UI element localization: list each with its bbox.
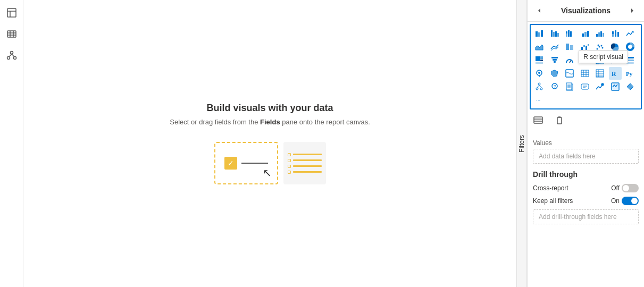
- viz-custom-icon[interactable]: ···: [533, 94, 546, 106]
- illus-line: [241, 163, 268, 164]
- keep-filters-toggle[interactable]: On: [611, 197, 639, 205]
- svg-rect-22: [568, 30, 570, 37]
- svg-rect-89: [581, 84, 589, 89]
- viz-section-icons: [528, 112, 644, 129]
- svg-point-8: [10, 52, 13, 54]
- svg-point-78: [538, 83, 540, 85]
- svg-rect-26: [587, 31, 589, 37]
- viz-r-script-icon active[interactable]: R: [609, 67, 622, 80]
- viz-stacked-bar-icon[interactable]: [533, 27, 546, 40]
- viz-100-stacked-bar-icon[interactable]: [563, 27, 576, 40]
- viz-paginated-icon[interactable]: [563, 80, 576, 93]
- illus-row-3: [288, 165, 322, 168]
- svg-rect-24: [582, 33, 584, 37]
- svg-rect-15: [541, 30, 543, 37]
- svg-rect-29: [600, 31, 602, 37]
- report-view-icon[interactable]: [3, 4, 20, 21]
- svg-rect-48: [536, 62, 543, 64]
- values-drop-zone[interactable]: Add data fields here: [533, 149, 639, 164]
- illus-dot-2: [288, 159, 291, 162]
- svg-point-43: [601, 45, 603, 47]
- viz-diamond-icon[interactable]: [624, 80, 637, 93]
- illus-dot-3: [288, 165, 291, 168]
- viz-decomp-icon[interactable]: [533, 80, 546, 93]
- viz-analytics-tab[interactable]: [551, 112, 568, 129]
- viz-line-stacked-icon[interactable]: [548, 40, 561, 53]
- svg-point-80: [540, 88, 542, 90]
- illus-line-4: [293, 171, 322, 173]
- illus-row-1: [288, 153, 322, 156]
- viz-bing-map-icon[interactable]: [609, 80, 622, 93]
- viz-icons-grid: 123 KPI: [533, 27, 639, 106]
- left-sidebar: [0, 0, 23, 287]
- drill-drop-zone[interactable]: Add drill-through fields here: [533, 209, 639, 224]
- viz-funnel-icon[interactable]: [548, 54, 561, 66]
- viz-gauge-icon[interactable]: [563, 54, 576, 66]
- svg-text:Py: Py: [626, 71, 633, 77]
- viz-nav-prev-button[interactable]: [533, 4, 546, 17]
- viz-map-icon[interactable]: [533, 67, 546, 80]
- values-label: Values: [533, 139, 639, 147]
- svg-rect-14: [538, 32, 540, 37]
- filters-tab[interactable]: Filters: [516, 0, 527, 287]
- data-view-icon[interactable]: [3, 26, 20, 43]
- viz-table-icon[interactable]: [579, 67, 591, 80]
- viz-smart-narrative-icon[interactable]: [579, 80, 591, 93]
- viz-ribbon-icon[interactable]: [563, 40, 576, 53]
- svg-rect-39: [588, 44, 589, 46]
- illus-cursor-icon: ↖: [263, 166, 272, 179]
- svg-point-41: [599, 46, 600, 48]
- svg-rect-45: [536, 56, 540, 61]
- illus-row-2: [288, 159, 322, 162]
- viz-clustered-bar-icon[interactable]: [548, 27, 561, 40]
- viz-treemap-icon[interactable]: [533, 54, 546, 66]
- svg-rect-0: [7, 9, 16, 17]
- cross-report-label: Cross-report: [533, 184, 568, 192]
- illus-row-4: [288, 171, 322, 174]
- cross-report-track[interactable]: [622, 184, 639, 192]
- keep-filters-track[interactable]: [622, 197, 639, 205]
- visualizations-panel: Visualizations R script visual: [527, 0, 644, 287]
- svg-rect-32: [612, 34, 614, 37]
- viz-py-icon[interactable]: Py: [624, 67, 637, 80]
- svg-text:?: ?: [554, 84, 556, 89]
- viz-icons-container: 123 KPI: [530, 24, 642, 109]
- svg-text:R: R: [612, 70, 616, 78]
- svg-rect-37: [583, 45, 585, 47]
- svg-point-9: [7, 57, 10, 60]
- viz-filled-map-icon[interactable]: [548, 67, 561, 80]
- svg-point-42: [598, 45, 599, 46]
- viz-nav-next-button[interactable]: [626, 4, 639, 17]
- svg-rect-21: [566, 33, 567, 37]
- viz-line-icon[interactable]: [624, 27, 637, 40]
- svg-rect-27: [596, 34, 598, 37]
- svg-rect-30: [603, 33, 604, 37]
- viz-area-icon[interactable]: [533, 40, 546, 53]
- svg-rect-23: [570, 31, 572, 37]
- keep-filters-label: Keep all filters: [533, 197, 573, 205]
- viz-format-tab[interactable]: [530, 112, 547, 129]
- keep-filters-toggle-text: On: [611, 197, 620, 205]
- illus-line-1: [293, 154, 322, 155]
- cross-report-toggle[interactable]: Off: [611, 184, 639, 192]
- viz-clustered-col-icon[interactable]: [593, 27, 606, 40]
- keep-filters-row: Keep all filters On: [533, 197, 639, 205]
- svg-rect-50: [553, 59, 557, 61]
- svg-marker-94: [627, 83, 633, 90]
- viz-azure-map-icon[interactable]: [563, 67, 576, 80]
- viz-qa-icon[interactable]: ?: [548, 80, 561, 93]
- svg-point-92: [601, 83, 604, 86]
- svg-rect-34: [617, 32, 619, 37]
- svg-rect-49: [551, 57, 558, 58]
- svg-rect-16: [551, 30, 553, 37]
- cross-report-thumb: [623, 185, 629, 191]
- svg-text:···: ···: [536, 97, 540, 103]
- viz-stacked-col-icon[interactable]: [579, 27, 591, 40]
- viz-metrics-icon[interactable]: [593, 80, 606, 93]
- illus-canvas-left: ✓ ↖: [214, 142, 278, 184]
- illus-dot-4: [288, 171, 291, 174]
- viz-matrix-icon[interactable]: [593, 67, 606, 80]
- viz-100-stacked-col-icon[interactable]: [609, 27, 622, 40]
- model-view-icon[interactable]: [3, 47, 20, 64]
- svg-line-81: [537, 85, 539, 88]
